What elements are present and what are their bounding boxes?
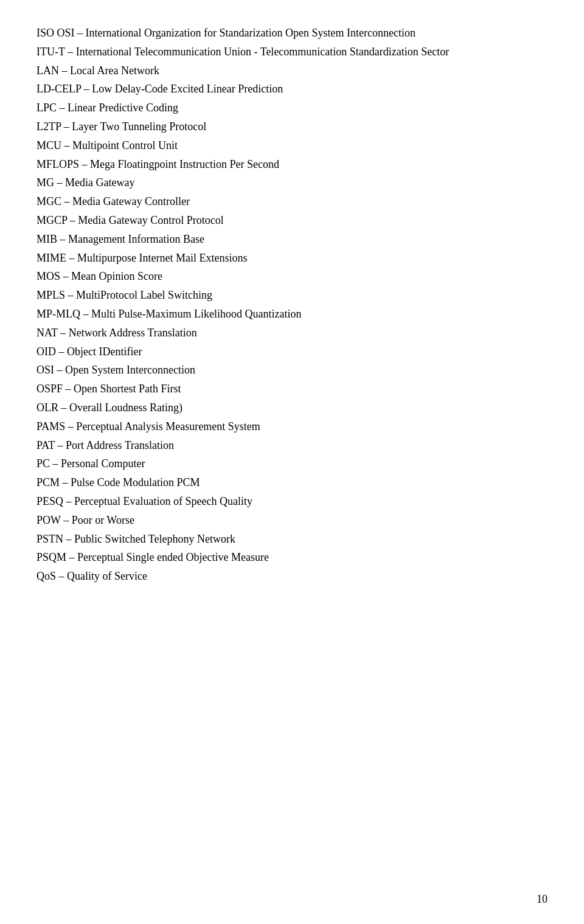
glossary-entry-mg: MG – Media Gateway: [36, 174, 548, 192]
glossary-entry-mcu: MCU – Multipoint Control Unit: [36, 137, 548, 155]
glossary-entry-lan: LAN – Local Area Network: [36, 62, 548, 80]
glossary-entry-mgc: MGC – Media Gateway Controller: [36, 193, 548, 210]
glossary-entry-iso-osi: ISO OSI – International Organization for…: [36, 24, 548, 42]
glossary-entry-ld-celp: LD-CELP – Low Delay-Code Excited Linear …: [36, 80, 548, 98]
glossary-entry-itu-t: ITU-T – International Telecommunication …: [36, 43, 548, 61]
glossary-entry-osi: OSI – Open System Interconnection: [36, 361, 548, 379]
glossary-entry-mgcp: MGCP – Media Gateway Control Protocol: [36, 212, 548, 229]
glossary-entry-l2tp: L2TP – Layer Two Tunneling Protocol: [36, 118, 548, 136]
glossary-entry-mflops: MFLOPS – Mega Floatingpoint Instruction …: [36, 156, 548, 173]
glossary-entry-oid: OID – Object IDentifier: [36, 343, 548, 361]
glossary-entry-psqm: PSQM – Perceptual Single ended Objective…: [36, 549, 548, 566]
glossary-entry-nat: NAT – Network Address Translation: [36, 324, 548, 342]
glossary-entry-pow: POW – Poor or Worse: [36, 512, 548, 529]
glossary-entry-mpls: MPLS – MultiProtocol Label Switching: [36, 287, 548, 304]
glossary-entry-mos: MOS – Mean Opinion Score: [36, 268, 548, 285]
glossary-entry-olr: OLR – Overall Loudness Rating): [36, 399, 548, 417]
glossary-entry-ospf: OSPF – Open Shortest Path First: [36, 380, 548, 398]
glossary-entry-lpc: LPC – Linear Predictive Coding: [36, 99, 548, 117]
glossary-entry-pesq: PESQ – Perceptual Evaluation of Speech Q…: [36, 493, 548, 510]
glossary-entry-pams: PAMS – Perceptual Analysis Measurement S…: [36, 418, 548, 436]
glossary-entry-qos: QoS – Quality of Service: [36, 568, 548, 585]
glossary-entry-pcm: PCM – Pulse Code Modulation PCM: [36, 474, 548, 492]
glossary-content: ISO OSI – International Organization for…: [36, 24, 548, 585]
glossary-entry-mime: MIME – Multipurpose Internet Mail Extens…: [36, 249, 548, 267]
glossary-entry-pat: PAT – Port Address Translation: [36, 437, 548, 454]
glossary-entry-pc: PC – Personal Computer: [36, 455, 548, 473]
glossary-entry-mp-mlq: MP-MLQ – Multi Pulse-Maximum Likelihood …: [36, 305, 548, 323]
glossary-entry-pstn: PSTN – Public Switched Telephony Network: [36, 530, 548, 548]
glossary-entry-mib: MIB – Management Information Base: [36, 231, 548, 248]
page-number: 10: [537, 893, 548, 906]
